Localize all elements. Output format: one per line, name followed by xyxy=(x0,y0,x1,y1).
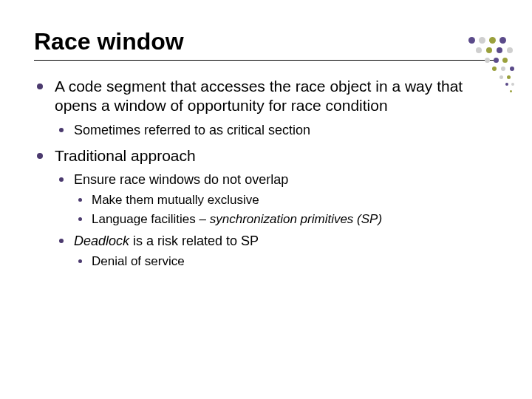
list-item: Make them mutually exclusive xyxy=(74,192,498,209)
slide: Race window A code segment that accesses… xyxy=(0,0,532,399)
bullet-text: Denial of service xyxy=(92,254,185,268)
title-underline xyxy=(34,60,498,61)
list-item: Traditional approach Ensure race windows… xyxy=(34,146,498,270)
list-item: Denial of service xyxy=(74,253,498,270)
bullet-text-italic: Deadlock xyxy=(74,233,129,248)
bullet-text-italic: synchronization primitives (SP) xyxy=(210,212,382,226)
decorative-dots-icon xyxy=(468,37,516,103)
list-item: A code segment that accesses the race ob… xyxy=(34,77,498,139)
list-item: Sometimes referred to as critical sectio… xyxy=(55,122,498,139)
bullet-text: Traditional approach xyxy=(55,147,196,164)
bullet-text: Make them mutually exclusive xyxy=(92,193,259,207)
bullet-text: Sometimes referred to as critical sectio… xyxy=(74,123,310,137)
list-item: Deadlock is a risk related to SP Denial … xyxy=(55,233,498,270)
bullet-text: Ensure race windows do not overlap xyxy=(74,172,288,187)
list-item: Language facilities – synchronization pr… xyxy=(74,211,498,228)
bullet-text: Language facilities – xyxy=(92,212,210,226)
bullet-text: is a risk related to SP xyxy=(129,233,259,248)
slide-title: Race window xyxy=(34,28,498,55)
bullet-list: A code segment that accesses the race ob… xyxy=(34,77,498,270)
bullet-text: A code segment that accesses the race ob… xyxy=(55,78,463,114)
list-item: Ensure race windows do not overlap Make … xyxy=(55,171,498,228)
